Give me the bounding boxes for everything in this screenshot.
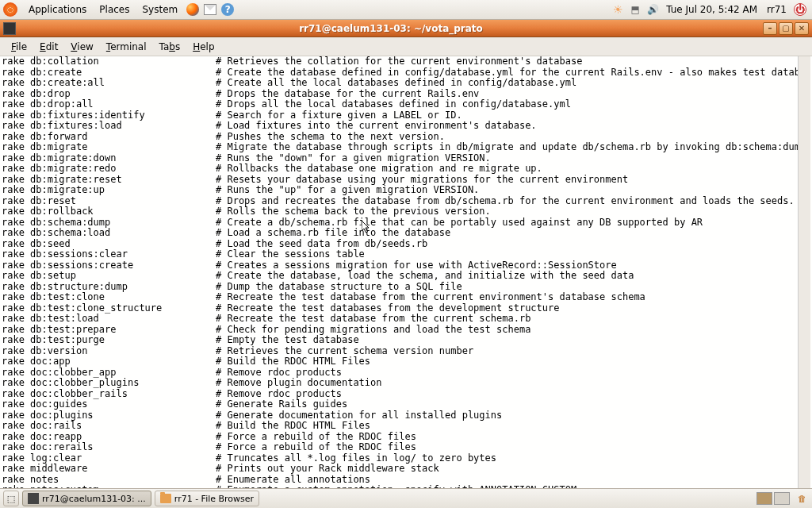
rake-task-description: # Rolls the schema back to the previous … <box>216 206 798 217</box>
rake-task-name: rake db:migrate:redo <box>2 164 216 175</box>
rake-task-description: # Check for pending migrations and load … <box>216 325 798 336</box>
window-titlebar[interactable]: rr71@caelum131-03: ~/vota_prato – ▢ ✕ <box>0 20 812 37</box>
rake-task-name: rake db:setup <box>2 271 216 282</box>
rake-task-name: rake doc:reapp <box>2 432 216 443</box>
terminal-line: rake doc:reapp# Force a rebuild of the R… <box>2 432 798 443</box>
rake-task-description: # Search for a fixture given a LABEL or … <box>216 110 798 121</box>
rake-task-name: rake doc:clobber_app <box>2 368 216 379</box>
volume-icon[interactable]: 🔊 <box>645 2 660 17</box>
terminal-body[interactable]: rake db:collation# Retrieves the collati… <box>0 56 812 488</box>
terminal-scrollbar[interactable] <box>798 56 810 488</box>
workspace-1[interactable] <box>756 492 772 505</box>
rake-task-description: # Enumerate all annotations <box>216 475 798 486</box>
rake-task-name: rake db:collation <box>2 56 216 67</box>
rake-task-name: rake db:drop <box>2 89 216 100</box>
rake-task-description: # Migrate the database through scripts i… <box>216 142 798 153</box>
rake-task-description: # Create the database, load the schema, … <box>216 271 798 282</box>
rake-task-description: # Generate documentation for all install… <box>216 410 798 421</box>
rake-task-description: # Generate Rails guides <box>216 399 798 410</box>
ubuntu-logo-icon[interactable]: ◌ <box>3 2 17 17</box>
rake-task-description: # Recreate the test database from the cu… <box>216 314 798 325</box>
terminal-line: rake db:fixtures:identify# Search for a … <box>2 110 798 121</box>
brightness-icon[interactable]: ☀ <box>611 2 625 17</box>
rake-task-name: rake middleware <box>2 464 216 475</box>
terminal-line: rake doc:plugins# Generate documentation… <box>2 410 798 421</box>
rake-task-description: # Create all the local databases defined… <box>216 78 798 89</box>
mail-launcher-icon[interactable] <box>203 2 217 17</box>
terminal-title-icon <box>3 22 16 35</box>
menu-help[interactable]: Help <box>186 41 220 52</box>
rake-task-description: # Empty the test database <box>216 335 798 346</box>
terminal-line: rake log:clear# Truncates all *.log file… <box>2 453 798 464</box>
terminal-line: rake middleware# Prints out your Rack mi… <box>2 464 798 475</box>
rake-task-description: # Truncates all *.log files in log/ to z… <box>216 453 798 464</box>
workspace-switcher[interactable] <box>756 492 790 505</box>
help-launcher-icon[interactable]: ? <box>220 2 235 17</box>
workspace-2[interactable] <box>774 492 790 505</box>
places-menu[interactable]: Places <box>93 4 136 15</box>
shutdown-icon[interactable]: ⏻ <box>793 2 807 17</box>
terminal-line: rake db:test:load# Recreate the test dat… <box>2 314 798 325</box>
terminal-line: rake db:sessions:clear# Clear the sessio… <box>2 249 798 260</box>
rake-task-description: # Remove plugin documentation <box>216 378 798 389</box>
rake-task-name: rake db:structure:dump <box>2 282 216 293</box>
terminal-line: rake doc:guides# Generate Rails guides <box>2 399 798 410</box>
rake-task-name: rake db:fixtures:load <box>2 121 216 132</box>
clock[interactable]: Tue Jul 20, 5:42 AM <box>661 4 762 15</box>
rake-task-name: rake db:fixtures:identify <box>2 110 216 121</box>
minimize-button[interactable]: – <box>763 22 777 35</box>
applications-menu[interactable]: Applications <box>22 4 93 15</box>
taskbar-item-terminal[interactable]: rr71@caelum131-03: ... <box>22 491 151 506</box>
rake-task-name: rake log:clear <box>2 453 216 464</box>
rake-task-name: rake doc:rails <box>2 421 216 432</box>
menu-file[interactable]: File <box>5 41 33 52</box>
terminal-window: rr71@caelum131-03: ~/vota_prato – ▢ ✕ Fi… <box>0 20 812 488</box>
terminal-line: rake db:setup# Create the database, load… <box>2 271 798 282</box>
terminal-line: rake db:drop:all# Drops all the local da… <box>2 99 798 110</box>
trash-icon[interactable]: 🗑 <box>795 491 809 506</box>
menu-view[interactable]: View <box>64 41 99 52</box>
terminal-line: rake db:reset# Drops and recreates the d… <box>2 196 798 207</box>
terminal-line: rake doc:rerails# Force a rebuild of the… <box>2 442 798 453</box>
taskbar-item-filebrowser[interactable]: rr71 - File Browser <box>155 491 259 506</box>
rake-task-description: # Remove rdoc products <box>216 368 798 379</box>
menu-terminal[interactable]: Terminal <box>100 41 153 52</box>
menu-tabs[interactable]: Tabs <box>153 41 187 52</box>
close-button[interactable]: ✕ <box>795 22 809 35</box>
show-desktop-button[interactable]: ⬚ <box>3 491 19 506</box>
rake-task-name: rake db:migrate:down <box>2 153 216 164</box>
rake-task-description: # Dump the database structure to a SQL f… <box>216 282 798 293</box>
terminal-line: rake db:create:all# Create all the local… <box>2 78 798 89</box>
rake-task-description: # Runs the "up" for a given migration VE… <box>216 185 798 196</box>
rake-task-description: # Drops all the local databases defined … <box>216 99 798 110</box>
terminal-line: rake doc:app# Build the RDOC HTML Files <box>2 356 798 368</box>
folder-task-icon <box>160 494 171 503</box>
rake-task-name: rake db:reset <box>2 196 216 207</box>
rake-task-description: # Creates a sessions migration for use w… <box>216 260 798 271</box>
terminal-line: rake db:test:clone_structure# Recreate t… <box>2 303 798 314</box>
rake-task-description: # Load a schema.rb file into the databas… <box>216 228 798 239</box>
terminal-line: rake db:test:clone# Recreate the test da… <box>2 292 798 303</box>
terminal-line: rake db:sessions:create# Creates a sessi… <box>2 260 798 271</box>
rake-task-description: # Load the seed data from db/seeds.rb <box>216 239 798 250</box>
update-notifier-icon[interactable]: ⬒ <box>628 2 642 17</box>
rake-task-name: rake db:create:all <box>2 78 216 89</box>
terminal-line: rake db:schema:load# Load a schema.rb fi… <box>2 228 798 239</box>
rake-task-name: rake db:test:clone <box>2 292 216 303</box>
user-switcher[interactable]: rr71 <box>762 4 791 15</box>
terminal-line: rake db:migrate:redo# Rollbacks the data… <box>2 164 798 175</box>
rake-task-description: # Create a db/schema.rb file that can be… <box>216 217 798 229</box>
terminal-line: rake db:schema:dump# Create a db/schema.… <box>2 217 798 229</box>
rake-task-name: rake db:sessions:create <box>2 260 216 271</box>
firefox-launcher-icon[interactable] <box>186 2 200 17</box>
rake-task-description: # Force a rebuild of the RDOC files <box>216 442 798 453</box>
rake-task-description: # Runs the "down" for a given migration … <box>216 153 798 164</box>
rake-task-name: rake doc:clobber_plugins <box>2 378 216 389</box>
rake-task-name: rake db:forward <box>2 132 216 143</box>
terminal-line: rake db:rollback# Rolls the schema back … <box>2 206 798 217</box>
rake-task-name: rake db:rollback <box>2 206 216 217</box>
menu-edit[interactable]: Edit <box>33 41 64 52</box>
rake-task-name: rake db:test:prepare <box>2 325 216 336</box>
system-menu[interactable]: System <box>136 4 184 15</box>
maximize-button[interactable]: ▢ <box>779 22 793 35</box>
